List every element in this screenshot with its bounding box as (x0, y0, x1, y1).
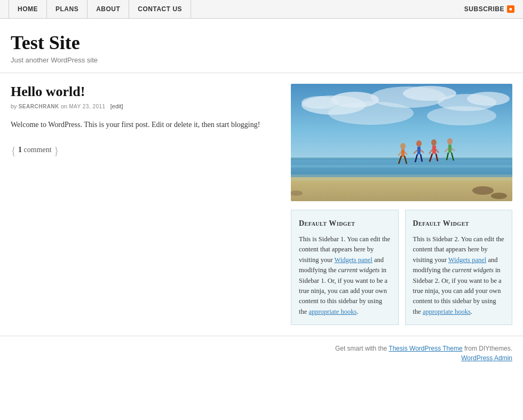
nav-item-contact[interactable]: CONTACT US (129, 0, 191, 18)
post-content: Welcome to WordPress. This is your first… (11, 119, 280, 131)
comment-word: comment (24, 146, 52, 154)
widget2-link2[interactable]: appropriate hooks (423, 308, 471, 315)
footer-text2: from DIYthemes. (463, 345, 512, 352)
post-title: Hello world! (11, 84, 280, 100)
widget1-link1[interactable]: Widgets panel (334, 256, 372, 264)
main-post: Hello world! by SEARCHRANK on MAY 23, 20… (11, 84, 280, 325)
footer-link1[interactable]: Thesis WordPress Theme (389, 345, 462, 352)
svg-point-9 (427, 106, 496, 125)
widget-box-1: Default Widget This is Sidebar 1. You ca… (291, 210, 399, 325)
site-title: Test Site (11, 31, 512, 54)
widget2-title: Default Widget (413, 218, 505, 229)
post-meta: by SEARCHRANK on MAY 23, 2011 [EDIT] (11, 103, 280, 109)
site-header: Test Site Just another WordPress site (0, 19, 523, 73)
svg-point-21 (416, 140, 422, 147)
widget-box-2: Default Widget This is Sidebar 2. You ca… (405, 210, 513, 325)
widget2-italic1: current widgets (452, 266, 494, 274)
footer-link2[interactable]: WordPress Admin (461, 354, 512, 362)
post-edit-link[interactable]: [EDIT] (110, 103, 123, 109)
svg-point-40 (491, 193, 507, 199)
post-meta-on: on (61, 103, 67, 109)
svg-point-15 (400, 143, 406, 149)
widget2-text: This is Sidebar 2. You can edit the cont… (413, 234, 505, 317)
rss-icon: ■ (507, 5, 514, 13)
brace-open: { (11, 144, 17, 157)
site-footer: Get smart with the Thesis WordPress Them… (0, 336, 523, 370)
svg-point-7 (467, 92, 510, 106)
widget1-text: This is Sidebar 1. You can edit the cont… (299, 234, 391, 317)
svg-rect-13 (291, 175, 512, 181)
footer-text1: Get smart with the (335, 345, 389, 352)
svg-point-3 (302, 96, 339, 109)
subscribe-area[interactable]: SUBSCRIBE ■ (464, 0, 514, 18)
widget2-text-end: . (471, 308, 472, 315)
nav-bar: HOME PLANS ABOUT CONTACT US SUBSCRIBE ■ (0, 0, 523, 19)
svg-point-33 (447, 138, 453, 145)
widget-row: Default Widget This is Sidebar 1. You ca… (291, 210, 512, 325)
comment-number: 1 (18, 146, 22, 154)
footer-line1: Get smart with the Thesis WordPress Them… (11, 345, 512, 352)
svg-point-8 (328, 101, 414, 125)
comment-count: { 1 comment } (11, 144, 280, 157)
svg-rect-14 (291, 157, 512, 160)
svg-rect-22 (417, 147, 421, 154)
svg-rect-11 (291, 165, 512, 168)
svg-rect-16 (401, 149, 405, 157)
svg-point-39 (472, 186, 494, 195)
svg-rect-28 (432, 146, 436, 154)
nav-links: HOME PLANS ABOUT CONTACT US (9, 0, 191, 18)
site-tagline: Just another WordPress site (11, 56, 512, 64)
svg-rect-34 (448, 145, 451, 153)
nav-item-home[interactable]: HOME (9, 0, 47, 18)
widget1-text-end: . (356, 308, 358, 315)
right-sidebar: Default Widget This is Sidebar 1. You ca… (291, 84, 512, 325)
post-author: SEARCHRANK (19, 104, 59, 109)
widget2-link1[interactable]: Widgets panel (448, 256, 486, 264)
subscribe-label: SUBSCRIBE (464, 5, 504, 13)
nav-item-plans[interactable]: PLANS (47, 0, 88, 18)
footer-line2: WordPress Admin (11, 354, 512, 362)
post-date: MAY 23, 2011 (69, 104, 105, 109)
widget1-link2[interactable]: appropriate hooks (308, 308, 356, 315)
content-wrapper: Hello world! by SEARCHRANK on MAY 23, 20… (0, 73, 523, 336)
svg-point-27 (431, 139, 437, 146)
post-meta-by: by (11, 103, 17, 109)
brace-close: } (53, 144, 59, 157)
hero-image (291, 84, 512, 201)
widget1-italic1: current widgets (338, 266, 380, 274)
widget1-title: Default Widget (299, 218, 391, 229)
nav-item-about[interactable]: ABOUT (88, 0, 129, 18)
